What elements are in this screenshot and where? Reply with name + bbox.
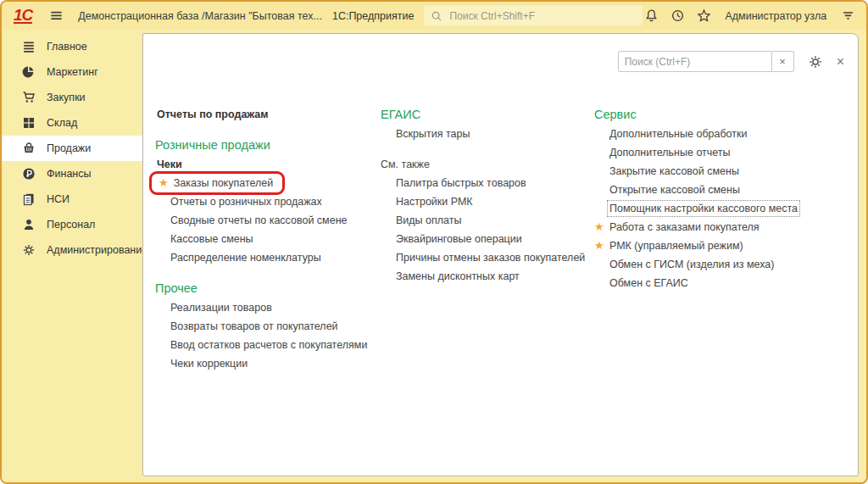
menu-item-text: Открытие кассовой смены: [609, 184, 740, 196]
menu-item-text: Реализации товаров: [170, 302, 272, 314]
menu-link[interactable]: Обмен с ЕГАИС: [594, 274, 865, 292]
menu-link[interactable]: Дополнительные отчеты: [594, 143, 865, 162]
menu-link[interactable]: Реализации товаров: [155, 298, 377, 317]
cart-icon: [22, 91, 36, 104]
app-window: 1С Демонстрационная база /Магазин "Бытов…: [0, 0, 868, 484]
menu-item-text: ЕГАИС: [381, 108, 420, 121]
sidebar-item-label: Администрирование: [47, 244, 147, 256]
menu-header: ЕГАИС: [381, 105, 593, 125]
sidebar-item-glavnoe[interactable]: Главное: [2, 34, 142, 59]
menu-item-text: Помощник настройки кассового места: [609, 203, 798, 214]
menu-link[interactable]: Обмен с ГИСМ (изделия из меха): [594, 255, 865, 274]
menu-link[interactable]: Сводные отчеты по кассовой смене: [155, 211, 377, 230]
menu-item-text: Обмен с ГИСМ (изделия из меха): [609, 259, 774, 270]
menu-item-text: Замены дисконтных карт: [396, 270, 520, 282]
panel-close-icon[interactable]: ×: [837, 55, 844, 69]
global-search[interactable]: [424, 6, 643, 25]
person-icon: [22, 218, 36, 231]
menu-item-text: Вскрытия тары: [396, 128, 470, 140]
menu-link[interactable]: Кассовые смены: [155, 230, 377, 248]
menu-item-text: Сервис: [594, 108, 637, 121]
menu-link-highlighted[interactable]: ★Заказы покупателей: [155, 174, 377, 192]
menu-lines-icon: [22, 40, 36, 53]
menu-link[interactable]: Виды оплаты: [381, 211, 593, 230]
sidebar-item-label: Продажи: [47, 142, 91, 154]
menu-item-text: Эквайринговые операции: [396, 233, 522, 245]
menu-item-text: Отчеты по продажам: [157, 108, 269, 120]
settings-gear-icon[interactable]: [808, 54, 823, 70]
sidebar-item-label: Закупки: [47, 92, 86, 103]
sidebar-item-sklad[interactable]: Склад: [2, 110, 142, 136]
gear-icon: [22, 243, 36, 257]
window-title: Демонстрационная база /Магазин "Бытовая …: [78, 10, 322, 22]
menu-link[interactable]: ★РМК (управляемый режим): [594, 236, 865, 255]
sidebar-item-label: НСИ: [47, 193, 70, 205]
sidebar-item-label: Склад: [47, 117, 77, 129]
sidebar-item-label: Главное: [47, 41, 87, 53]
menu-link[interactable]: Закрытие кассовой смены: [594, 162, 865, 181]
history-icon[interactable]: [669, 8, 686, 25]
clear-search-icon[interactable]: ×: [772, 51, 794, 72]
notifications-bell-icon[interactable]: [643, 8, 659, 25]
sidebar-item-finansy[interactable]: Финансы: [2, 161, 142, 186]
menu-link[interactable]: Дополнительные обработки: [594, 125, 865, 143]
menu-item-text: Причины отмены заказов покупателей: [396, 252, 585, 264]
menu-item-text: Возвраты товаров от покупателей: [170, 320, 338, 332]
menu-item-text: Отчеты о розничных продажах: [170, 196, 322, 208]
grid-icon: [22, 116, 36, 130]
sidebar-item-marketing[interactable]: Маркетинг: [2, 59, 142, 85]
menu-header: Розничные продажи: [155, 136, 377, 155]
menu-search-input[interactable]: [618, 51, 772, 72]
menu-column-2: ЕГАИСВскрытия тарыСм. такжеПалитра быстр…: [381, 105, 593, 286]
section-menu-panel: × × Отчеты по продажамРозничные продажиЧ…: [142, 33, 859, 476]
menu-item-text: РМК (управляемый режим): [609, 240, 743, 252]
menu-item-text: Прочее: [155, 281, 198, 295]
user-name[interactable]: Администратор узла: [725, 10, 826, 22]
menu-link[interactable]: Вскрытия тары: [381, 125, 593, 143]
menu-item-text: Сводные отчеты по кассовой смене: [170, 214, 347, 226]
menu-link[interactable]: Палитра быстрых товаров: [381, 174, 593, 192]
menu-link[interactable]: ★Работа с заказами покупателя: [594, 218, 865, 236]
menu-column-1: Отчеты по продажамРозничные продажиЧеки★…: [155, 105, 377, 373]
menu-item-text: Чеки коррекции: [170, 358, 248, 370]
menu-link[interactable]: Отчеты о розничных продажах: [155, 192, 377, 211]
menu-item-text: См. также: [381, 159, 430, 170]
menu-title: Отчеты по продажам: [155, 105, 377, 124]
sidebar-item-zakupki[interactable]: Закупки: [2, 85, 142, 110]
panel-toolbar: × ×: [618, 51, 844, 72]
favorite-star-icon: ★: [594, 221, 604, 233]
sidebar: ГлавноеМаркетингЗакупкиСкладПродажиФинан…: [2, 30, 142, 482]
menu-link-focused[interactable]: Помощник настройки кассового места: [594, 199, 865, 218]
global-search-input[interactable]: [448, 9, 636, 23]
menu-item-text: Кассовые смены: [170, 233, 253, 245]
1c-logo: 1С: [14, 8, 32, 24]
sidebar-item-nsi[interactable]: НСИ: [2, 186, 142, 212]
search-icon: [431, 10, 442, 22]
menu-link[interactable]: Ввод остатков расчетов с покупателями: [155, 336, 377, 354]
main-menu-icon[interactable]: [47, 8, 64, 25]
sidebar-item-personal[interactable]: Персонал: [2, 212, 142, 237]
menu-item-text: Виды оплаты: [396, 214, 461, 226]
menu-link[interactable]: Открытие кассовой смены: [594, 181, 865, 199]
menu-link[interactable]: Распределение номенклатуры: [155, 248, 377, 267]
sidebar-item-prodazhi[interactable]: Продажи: [2, 136, 142, 161]
menu-link[interactable]: Настройки РМК: [381, 192, 593, 211]
pie-chart-icon: [22, 65, 36, 79]
menu-link[interactable]: Причины отмены заказов покупателей: [381, 248, 593, 267]
menu-column-3: СервисДополнительные обработкиДополнител…: [594, 105, 865, 292]
menu-item-text: Ввод остатков расчетов с покупателями: [170, 339, 367, 351]
menu-item-text: Настройки РМК: [396, 196, 473, 208]
menu-header: Сервис: [594, 105, 865, 125]
favorites-star-icon[interactable]: [695, 8, 712, 25]
app-name: 1С:Предприятие: [332, 10, 415, 22]
sidebar-item-administrirovanie[interactable]: Администрирование: [2, 237, 142, 263]
ruble-icon: [22, 167, 36, 181]
menu-link[interactable]: Эквайринговые операции: [381, 230, 593, 248]
connection-status-icon[interactable]: [839, 8, 856, 25]
menu-item-text: Распределение номенклатуры: [170, 252, 321, 264]
menu-link[interactable]: Чеки коррекции: [155, 354, 377, 373]
sidebar-item-label: Маркетинг: [47, 66, 98, 78]
menu-link[interactable]: Возвраты товаров от покупателей: [155, 317, 377, 336]
menu-link[interactable]: Замены дисконтных карт: [381, 267, 593, 286]
menu-item-text: Палитра быстрых товаров: [396, 177, 526, 189]
